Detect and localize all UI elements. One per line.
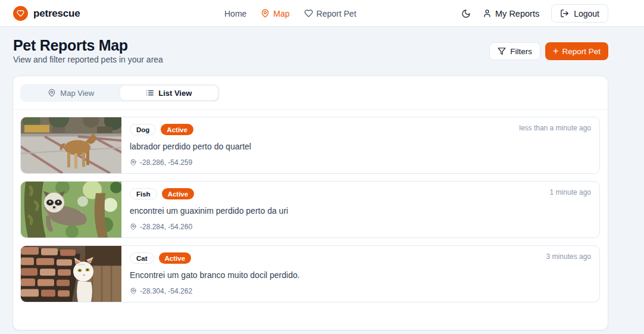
nav-home-label: Home: [224, 9, 246, 18]
map-pin-icon: [130, 288, 137, 295]
list-icon: [146, 89, 154, 97]
tab-map-view[interactable]: Map View: [22, 86, 120, 100]
logout-label: Logout: [574, 9, 599, 18]
report-badges: Cat Active: [130, 252, 591, 264]
pet-type-badge: Fish: [130, 188, 157, 199]
map-pin-icon: [130, 159, 137, 166]
report-body: Cat Active Encontrei um gato branco muit…: [121, 246, 599, 302]
report-list: Dog Active labrador perdido perto do qua…: [20, 117, 600, 302]
report-description: labrador perdido perto do quartel: [130, 142, 591, 151]
report-body: Dog Active labrador perdido perto do qua…: [121, 117, 599, 173]
report-coordinates: -28.304, -54.262: [140, 287, 192, 295]
report-body: Fish Active encontrei um guaxinim perdid…: [121, 182, 599, 238]
theme-toggle-button[interactable]: [461, 9, 471, 18]
nav-link-report-pet[interactable]: Report Pet: [304, 9, 357, 18]
navbar-right: My Reports Logout: [461, 0, 608, 27]
nav-report-pet-label: Report Pet: [317, 9, 357, 18]
status-badge: Active: [159, 252, 192, 264]
report-badges: Fish Active: [130, 188, 591, 199]
pet-type-badge: Cat: [130, 252, 154, 264]
funnel-icon: [498, 47, 506, 55]
report-description: Encontrei um gato branco muito docil per…: [130, 270, 591, 280]
moon-icon: [461, 9, 471, 18]
page-title: Pet Reports Map: [13, 37, 128, 54]
user-icon: [483, 9, 492, 18]
report-photo-raccoon: [21, 182, 121, 238]
filters-label: Filters: [510, 47, 532, 56]
main-nav: Home Map Report Pet: [224, 0, 357, 27]
my-reports-label: My Reports: [495, 9, 539, 18]
tab-list-view[interactable]: List View: [120, 86, 218, 100]
report-location: -28.304, -54.262: [130, 287, 192, 295]
status-badge: Active: [162, 188, 195, 199]
report-pet-button[interactable]: + Report Pet: [545, 42, 608, 60]
nav-link-home[interactable]: Home: [224, 9, 246, 18]
report-timestamp: 1 minute ago: [550, 188, 591, 196]
map-pin-icon: [130, 223, 137, 230]
nav-link-map[interactable]: Map: [261, 9, 289, 18]
map-pin-icon: [261, 9, 270, 18]
report-timestamp: less than a minute ago: [519, 124, 591, 132]
plus-icon: +: [553, 46, 558, 56]
report-card[interactable]: Dog Active labrador perdido perto do qua…: [20, 117, 600, 174]
logout-icon: [560, 9, 569, 18]
report-coordinates: -28.286, -54.259: [140, 158, 192, 167]
top-navbar: petrescue Home Map Report Pet: [0, 0, 644, 27]
view-tabs: Map View List View: [20, 84, 220, 102]
heart-icon: [13, 6, 28, 21]
heart-outline-icon: [304, 9, 313, 18]
filters-button[interactable]: Filters: [489, 42, 540, 60]
report-coordinates: -28.284, -54.260: [140, 223, 192, 231]
page-subtitle: View and filter reported pets in your ar…: [13, 55, 163, 64]
map-pin-icon: [48, 89, 56, 97]
reports-panel: Map View List View: [12, 76, 608, 330]
tab-list-view-label: List View: [158, 89, 192, 98]
report-photo-dog: [21, 117, 121, 173]
brand-logo[interactable]: petrescue: [13, 0, 80, 27]
tab-map-view-label: Map View: [60, 89, 94, 98]
header-actions: Filters + Report Pet: [489, 42, 608, 60]
my-reports-link[interactable]: My Reports: [483, 9, 539, 18]
nav-map-label: Map: [273, 9, 289, 18]
status-badge: Active: [161, 124, 193, 135]
report-card[interactable]: Cat Active Encontrei um gato branco muit…: [20, 245, 600, 302]
report-pet-label: Report Pet: [562, 47, 601, 56]
report-timestamp: 3 minutes ago: [546, 252, 591, 261]
report-card[interactable]: Fish Active encontrei um guaxinim perdid…: [20, 181, 600, 238]
brand-name: petrescue: [33, 8, 80, 20]
logout-button[interactable]: Logout: [551, 4, 608, 23]
pet-type-badge: Dog: [130, 124, 156, 135]
tabs-divider: [13, 109, 608, 110]
report-location: -28.286, -54.259: [130, 158, 192, 167]
report-description: encontrei um guaxinim perdido perto da u…: [130, 206, 591, 216]
report-location: -28.284, -54.260: [130, 223, 192, 231]
report-photo-cat: [21, 246, 121, 302]
